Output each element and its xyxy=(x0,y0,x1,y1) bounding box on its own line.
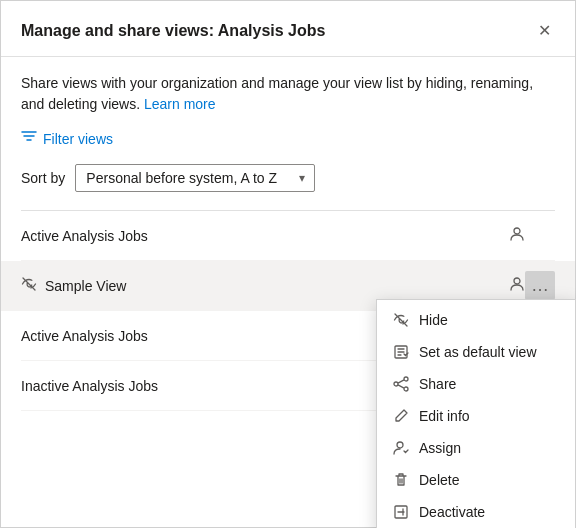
views-list: Active Analysis Jobs … xyxy=(21,210,555,411)
edit-icon xyxy=(393,408,409,424)
svg-point-4 xyxy=(404,387,408,391)
menu-item-set-default-label: Set as default view xyxy=(419,344,537,360)
manage-views-dialog: Manage and share views: Analysis Jobs ✕ … xyxy=(0,0,576,528)
more-options-button-active[interactable]: … xyxy=(525,271,555,300)
view-item-highlighted: Sample View … xyxy=(1,261,575,311)
sort-row: Sort by Personal before system, A to Z P… xyxy=(21,164,555,192)
filter-views-link[interactable]: Filter views xyxy=(21,129,555,148)
description-text: Share views with your organization and m… xyxy=(21,73,555,115)
learn-more-link[interactable]: Learn more xyxy=(144,96,216,112)
close-button[interactable]: ✕ xyxy=(534,17,555,44)
menu-item-hide-label: Hide xyxy=(419,312,448,328)
view-item-name: Active Analysis Jobs xyxy=(21,228,503,244)
dialog-body: Share views with your organization and m… xyxy=(1,57,575,527)
menu-item-share[interactable]: Share xyxy=(377,368,575,400)
sort-label: Sort by xyxy=(21,170,65,186)
view-name-row: Sample View xyxy=(45,276,525,295)
hidden-view-icon xyxy=(21,276,37,296)
menu-item-edit-info[interactable]: Edit info xyxy=(377,400,575,432)
context-menu: Hide Set as default view xyxy=(376,299,576,528)
sort-select-wrapper: Personal before system, A to Z Personal … xyxy=(75,164,315,192)
menu-item-edit-info-label: Edit info xyxy=(419,408,470,424)
menu-item-assign-label: Assign xyxy=(419,440,461,456)
menu-item-delete-label: Delete xyxy=(419,472,459,488)
shared-icon xyxy=(509,226,525,245)
default-view-icon xyxy=(393,344,409,360)
filter-views-label: Filter views xyxy=(43,131,113,147)
menu-item-set-default[interactable]: Set as default view xyxy=(377,336,575,368)
deactivate-icon xyxy=(393,504,409,520)
menu-item-share-label: Share xyxy=(419,376,456,392)
menu-item-hide[interactable]: Hide xyxy=(377,304,575,336)
sort-select[interactable]: Personal before system, A to Z Personal … xyxy=(75,164,315,192)
svg-point-5 xyxy=(394,382,398,386)
view-item-name: Sample View xyxy=(45,278,503,294)
filter-icon xyxy=(21,129,37,148)
dialog-title: Manage and share views: Analysis Jobs xyxy=(21,22,325,40)
menu-item-assign[interactable]: Assign xyxy=(377,432,575,464)
svg-point-3 xyxy=(404,377,408,381)
close-icon: ✕ xyxy=(538,21,551,40)
view-name-row: Active Analysis Jobs xyxy=(21,226,525,245)
view-item: Active Analysis Jobs … xyxy=(21,211,555,261)
svg-point-6 xyxy=(397,442,403,448)
hide-icon xyxy=(393,312,409,328)
shared-icon xyxy=(509,276,525,295)
svg-point-0 xyxy=(514,228,520,234)
menu-item-deactivate[interactable]: Deactivate xyxy=(377,496,575,528)
share-icon xyxy=(393,376,409,392)
delete-icon xyxy=(393,472,409,488)
dialog-header: Manage and share views: Analysis Jobs ✕ xyxy=(1,1,575,57)
menu-item-deactivate-label: Deactivate xyxy=(419,504,485,520)
svg-point-1 xyxy=(514,278,520,284)
assign-icon xyxy=(393,440,409,456)
menu-item-delete[interactable]: Delete xyxy=(377,464,575,496)
